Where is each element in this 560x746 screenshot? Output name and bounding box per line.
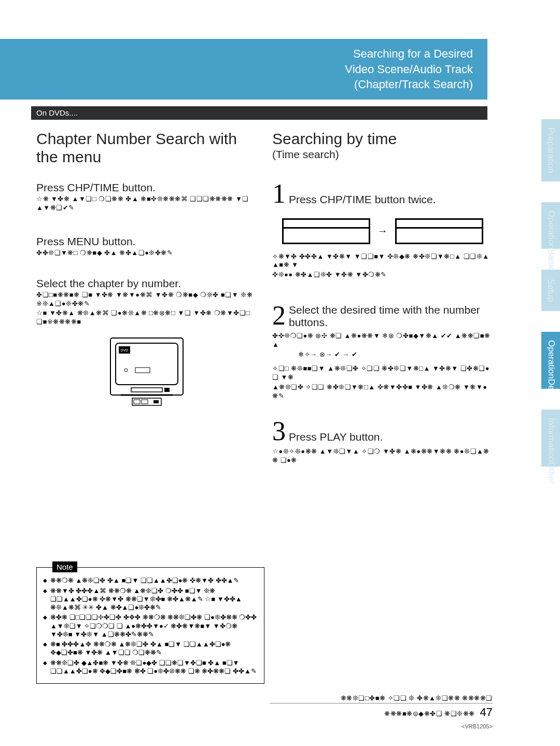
svg-text:DVD: DVD [120,348,128,352]
footer-rule [270,703,493,703]
right-g2b: ❄✧→ ⊗→ ✔ → ✔ [298,350,493,359]
tab-setup[interactable]: Setup [541,270,560,311]
right-g3: ☆●❊✧❊●❋❋ ▲▼❊❏▼▲ ✧❏❍ ▼✤❋ ▲❋●❋❋▼❋❋ ❋●❊❏▲❋❋… [272,447,493,465]
title-line-3: (Chapter/Track Search) [31,77,473,92]
right-step1: 1 Press CHP/TIME button twice. [272,178,493,209]
page-number: 47 [480,705,493,721]
tab-basic-op-a: Basic [547,249,556,271]
note-item: ❋✤❋ ❏□❏❏❏✢✤❏✤ ✤✥✤ ❋❋❍❋ ❋❋❊❏✤❋ ❏●❊✤❋❋ ❍✤✤… [43,613,258,639]
left-step1-body: ☆❋ ▼✤❋ ▲▼❏□ ❍❏❋❋ ✤▲ ❋■✜❊❋❋❋⌘ ❏❏❏❋❋❋❋ ▼❏ … [36,195,257,213]
right-g2a: ✤✜❊❍❏●❋ ⊗✣ ❋❏ ▲❋●❋❋▼ ❄⊗ ❍✤■◆▼❋▲ ✔✔ ▲❋❋❏■… [272,332,493,349]
right-g2c: ✧❏□ ❋❊■■❏▼ ▲❋❊❏✤ ✧❏❏ ❋✤❊❏▼❋□▲ ▼✤❋▼ ❏✤❋❏●… [272,364,493,382]
title-line-1: Searching for a Desired [31,46,473,62]
note-list: ❋❋❍❋ ▲❋❊❏✤ ✤▲ ■❏▼ ❏❏▲▲✤❏●❋ ✜❋▼✤ ✤✤▲✎ ❋❋▼… [43,576,258,675]
right-g-after1: ✧❋▼✤ ✤✤✤▲ ▼✤❋▼ ▼❏❏■▼ ✜❊◆❋ ❋✤❊❏▼❋□▲ ❏❏❊▲▲… [272,252,493,270]
step-number-2: 2 [272,300,286,331]
left-step1-title: Press CHP/TIME button. [36,181,257,194]
tab-other-information[interactable]: InformationOther [541,410,560,467]
svg-rect-12 [153,400,159,403]
step-number-1: 1 [272,178,286,209]
tab-basic-op-b: Operation [547,210,556,249]
step-number-3: 3 [272,416,286,446]
left-step3-body1: ✤❏□■❋❋■❋ ❏■ ▼✤❋ ▼❋▼●❋⌘ ▼✤❋ ❍❋■◆ ❍❊✤ ■❏▼ … [36,291,257,308]
right-heading: Searching by time [272,130,493,148]
note-item: ❋❋▼✤ ✤✤✤▲⌘ ❋❋❍❋ ▲❋❊❏✤ ❍✤✤ ■❏▼ ❊❋ ❏❏▲▲✤❏●… [43,587,258,612]
left-heading: Chapter Number Search with the menu [36,130,257,166]
note-item: ❋❋❍❋ ▲❋❊❏✤ ✤▲ ■❏▼ ❏❏▲▲✤❏●❋ ✜❋▼✤ ✤✤▲✎ [43,576,258,585]
left-step3-title: Select the chapter by number. [36,277,257,290]
svg-rect-10 [134,400,140,404]
title-block: Searching for a Desired Video Scene/Audi… [0,39,487,100]
left-step2-body: ✤✤❊❏▼❋□ ❍❋■◆ ✤▲ ❋✤▲❏●❊✤❋✎ [36,249,257,258]
tv-illustration: DVD [105,334,188,409]
right-subheading: (Time search) [272,148,493,161]
note-item: ❋■ ✤✤✤▲✥ ❋❋❍❋ ▲❋❊❏✤ ✤▲ ■❏▼ ❏❏▲▲✤❏●❋ ✥◆❏✤… [43,640,258,657]
display-boxes-row: → [272,218,493,244]
tab-basic-operation[interactable]: OperationBasic [541,202,560,249]
svg-rect-5 [135,368,150,373]
tab-preparation[interactable]: Preparation [541,119,560,181]
tab-detailed-operation[interactable]: OperationDetailed [541,332,560,389]
tab-other-b: Information [547,418,556,462]
section-strip: On DVDs.... [31,106,487,120]
tab-other-a: Other [547,462,556,484]
right-step2: 2 Select the desired time with the numbe… [272,300,493,331]
right-step1-title: Press CHP/TIME button twice. [289,193,436,206]
main-content: Chapter Number Search with the menu Pres… [36,127,493,465]
page-footer: ❋❋❊❏□✤■❋ ✧❏❏ ❊ ✤❋▲❊❏❋❋ ❋❋❋❋❏ ❋❋❋■❋⊜◆❋✤❏ … [270,693,493,730]
side-tabs: Preparation OperationBasic Setup Operati… [541,119,560,467]
note-box: Note ❋❋❍❋ ▲❋❊❏✤ ✤▲ ■❏▼ ❏❏▲▲✤❏●❋ ✜❋▼✤ ✤✤▲… [36,567,264,684]
right-step3-title: Press PLAY button. [289,431,383,443]
right-g-after2: ✜❊●● ❋✤▲❏❊✤ ▼✤❋ ▼✤❍❋✎ [272,271,493,279]
svg-rect-11 [142,400,148,404]
right-step2-title-a: Select the desired time with the number [289,304,480,316]
display-box-right [395,218,483,244]
left-step3-body2: ☆■ ▼✤❋▲ ❋❊▲❋⌘ ❏●❋❊▲❋ □❋⊗❋□ ▼❏ ▼✤❋ ❍❋▼✤❏□… [36,309,257,327]
right-step2-title-b: buttons. [289,316,480,329]
note-item: ❋❋❊❏✤ ◆▲✤■❋ ▼✤❋ ❊❏●◆✤ ❏❏❋❏▼✤❏■ ✤▲ ■❏▼ ❏❏… [43,659,258,676]
footer-g2: ❋❋❋■❋⊜◆❋✤❏ ❋❏❊❋❋ [384,710,474,717]
footer-g1: ❋❋❊❏□✤■❋ ✧❏❏ ❊ ✤❋▲❊❏❋❋ ❋❋❋❋❏ [270,694,493,703]
doc-id: <VRB1205> [270,723,493,730]
left-step2-title: Press MENU button. [36,235,257,248]
svg-rect-6 [131,388,162,392]
right-g2d: ▲❋❊❏✤ ✧❏❏ ❋✤❊❏▼❋□▲ ✜❋▼✤✤■ ▼✤❋ ▲❊❍❋ ▼❋▼●❋… [272,383,493,401]
note-badge: Note [52,561,77,572]
left-column: Chapter Number Search with the menu Pres… [36,127,257,465]
title-line-2: Video Scene/Audio Track [31,62,473,77]
arrow-icon: → [377,225,388,237]
right-column: Searching by time (Time search) 1 Press … [272,127,493,465]
right-step3: 3 Press PLAY button. [272,416,493,446]
svg-rect-7 [164,388,170,392]
tab-det-op-b: Operation [547,340,556,379]
display-box-left [282,218,370,244]
tab-det-op-a: Detailed [547,379,556,411]
svg-point-4 [124,369,128,372]
